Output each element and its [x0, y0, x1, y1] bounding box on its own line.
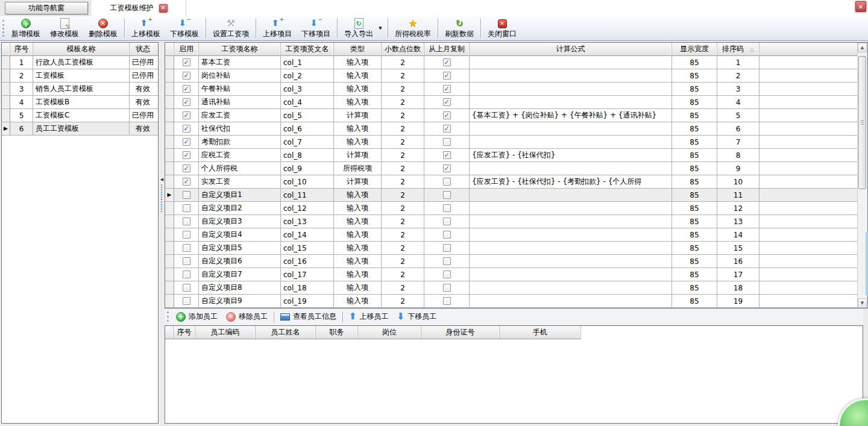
scrollbar-thumb[interactable] [858, 56, 866, 189]
add-template-button[interactable]: +新增模板 [7, 17, 45, 40]
enabled-checkbox[interactable]: ✓ [183, 98, 190, 106]
salary-item-row[interactable]: 自定义项目2col_12输入项28512 [165, 202, 857, 215]
salary-item-row[interactable]: ✓个人所得税col_9所得税项2✓859 [165, 162, 857, 175]
view-employee-info-button[interactable]: 查看员工信息 [276, 310, 341, 324]
window-close-button[interactable]: ✕ [855, 1, 866, 12]
items-column-header[interactable]: 工资项英文名 [281, 43, 334, 55]
collapse-left-icon[interactable]: ◀ [159, 176, 165, 183]
enabled-checkbox[interactable] [183, 191, 190, 199]
enabled-checkbox[interactable]: ✓ [183, 85, 190, 93]
move-employee-down-button[interactable]: ⬇下移员工 [393, 310, 441, 324]
employee-column-header[interactable]: 员工编码 [195, 326, 256, 339]
salary-item-row[interactable]: 自定义项目5col_15输入项28515 [165, 242, 857, 255]
scroll-down-icon[interactable]: ▼ [858, 298, 867, 308]
move-item-down-button[interactable]: ⬇−下移项目 [297, 17, 335, 40]
delete-template-button[interactable]: ✕删除模板 [84, 17, 122, 40]
copy-last-month-checkbox[interactable]: ✓ [443, 98, 451, 106]
template-row[interactable]: 5工资模板C已停用 [2, 109, 158, 122]
template-row[interactable]: 1行政人员工资模板已停用 [2, 56, 158, 69]
nav-window-button[interactable]: 功能导航窗 [5, 2, 88, 14]
template-row[interactable]: ▶6员工工资模板有效 [2, 122, 158, 136]
copy-last-month-checkbox[interactable]: ✓ [443, 164, 451, 172]
import-export-dropdown-icon[interactable]: ▼ [376, 17, 386, 40]
enabled-checkbox[interactable] [183, 231, 190, 239]
copy-last-month-checkbox[interactable] [443, 138, 451, 146]
tab-salary-template-maintenance[interactable]: 工资模板维护 ✕ [92, 0, 186, 16]
salary-item-row[interactable]: ✓实发工资col_10计算项2{应发工资} - {社保代扣} - {考勤扣款} … [165, 175, 857, 189]
salary-item-row[interactable]: 自定义项目9col_19输入项28519 [165, 295, 857, 308]
salary-item-row[interactable]: ✓社保代扣col_6输入项2✓856 [165, 122, 857, 136]
template-column-header[interactable]: 状态 [130, 43, 156, 55]
set-salary-items-button[interactable]: ⚒设置工资项 [208, 17, 254, 40]
items-column-header[interactable]: 启用 [174, 43, 199, 55]
salary-item-row[interactable]: 自定义项目7col_17输入项28517 [165, 268, 857, 281]
items-column-header[interactable]: 排序码△ [717, 43, 760, 55]
template-row[interactable]: 2工资模板已停用 [2, 69, 158, 83]
copy-last-month-checkbox[interactable] [443, 231, 451, 239]
enabled-checkbox[interactable] [183, 271, 190, 278]
items-column-header[interactable]: 显示宽度 [672, 43, 717, 55]
enabled-checkbox[interactable]: ✓ [183, 111, 190, 119]
template-row[interactable]: 3销售人员工资模板有效 [2, 83, 158, 96]
employee-column-header[interactable]: 岗位 [358, 326, 421, 339]
template-column-header[interactable]: 序号 [10, 43, 33, 55]
items-column-header[interactable]: 计算公式 [470, 43, 672, 55]
copy-last-month-checkbox[interactable] [443, 257, 451, 265]
refresh-data-button[interactable]: ↻刷新数据 [440, 17, 479, 40]
enabled-checkbox[interactable]: ✓ [183, 72, 190, 80]
enabled-checkbox[interactable]: ✓ [183, 58, 190, 66]
salary-item-row[interactable]: ✓基本工资col_1输入项2✓851 [165, 56, 857, 69]
copy-last-month-checkbox[interactable]: ✓ [443, 58, 451, 66]
import-export-button[interactable]: ↻导入导出 [339, 17, 378, 40]
enabled-checkbox[interactable]: ✓ [183, 151, 190, 159]
enabled-checkbox[interactable] [183, 297, 190, 305]
copy-last-month-checkbox[interactable] [443, 284, 451, 292]
enabled-checkbox[interactable]: ✓ [183, 125, 190, 133]
items-column-header[interactable]: 从上月复制 [424, 43, 470, 55]
salary-item-row[interactable]: 自定义项目6col_16输入项28516 [165, 255, 857, 268]
salary-item-row[interactable]: ✓岗位补贴col_2输入项2✓852 [165, 69, 857, 83]
scroll-up-icon[interactable]: ▲ [858, 43, 867, 52]
salary-item-row[interactable]: ✓应税工资col_8计算项2✓{应发工资} - {社保代扣}858 [165, 149, 857, 162]
panel-splitter[interactable]: ◀ [159, 42, 165, 424]
copy-last-month-checkbox[interactable] [443, 191, 451, 199]
enabled-checkbox[interactable]: ✓ [183, 138, 190, 146]
move-template-down-button[interactable]: ⬇−下移模板 [165, 17, 204, 40]
salary-item-row[interactable]: ✓午餐补贴col_3输入项2✓853 [165, 83, 857, 96]
enabled-checkbox[interactable] [183, 204, 190, 212]
template-column-header[interactable]: 模板名称 [33, 43, 130, 55]
enabled-checkbox[interactable] [183, 218, 190, 225]
copy-last-month-checkbox[interactable] [443, 178, 451, 186]
move-item-up-button[interactable]: ⬆+上移项目 [258, 17, 297, 40]
employee-column-header[interactable]: 身份证号 [421, 326, 500, 339]
employee-column-header[interactable]: 手机 [500, 326, 581, 339]
add-employee-button[interactable]: +添加员工 [172, 310, 222, 324]
copy-last-month-checkbox[interactable] [443, 244, 451, 252]
items-column-header[interactable]: 类型 [334, 43, 382, 55]
salary-item-row[interactable]: 自定义项目4col_14输入项28514 [165, 228, 857, 242]
edit-template-button[interactable]: ✎修改模板 [45, 17, 84, 40]
enabled-checkbox[interactable] [183, 244, 190, 252]
salary-item-row[interactable]: 自定义项目3col_13输入项28513 [165, 215, 857, 228]
tab-close-icon[interactable]: ✕ [159, 4, 168, 13]
remove-employee-button[interactable]: ✕移除员工 [222, 310, 272, 324]
enabled-checkbox[interactable]: ✓ [183, 164, 190, 172]
move-template-up-button[interactable]: ⬆+上移模板 [127, 17, 165, 40]
copy-last-month-checkbox[interactable]: ✓ [443, 111, 451, 119]
copy-last-month-checkbox[interactable]: ✓ [443, 72, 451, 80]
template-row[interactable]: 4工资模板B有效 [2, 96, 158, 109]
salary-item-row[interactable]: 自定义项目8col_18输入项28518 [165, 281, 857, 295]
employee-column-header[interactable]: 职务 [316, 326, 358, 339]
items-column-header[interactable]: 小数点位数 [382, 43, 424, 55]
copy-last-month-checkbox[interactable] [443, 297, 451, 305]
copy-last-month-checkbox[interactable]: ✓ [443, 151, 451, 159]
copy-last-month-checkbox[interactable] [443, 218, 451, 225]
income-tax-rate-button[interactable]: ★所得税税率 [390, 17, 436, 40]
copy-last-month-checkbox[interactable]: ✓ [443, 85, 451, 93]
enabled-checkbox[interactable] [183, 257, 190, 265]
close-window-button[interactable]: ✕关闭窗口 [483, 17, 521, 40]
move-employee-up-button[interactable]: ⬆上移员工 [345, 310, 393, 324]
employee-column-header[interactable]: 序号 [174, 326, 195, 339]
salary-item-row[interactable]: ✓通讯补贴col_4输入项2✓854 [165, 96, 857, 109]
enabled-checkbox[interactable]: ✓ [183, 178, 190, 186]
